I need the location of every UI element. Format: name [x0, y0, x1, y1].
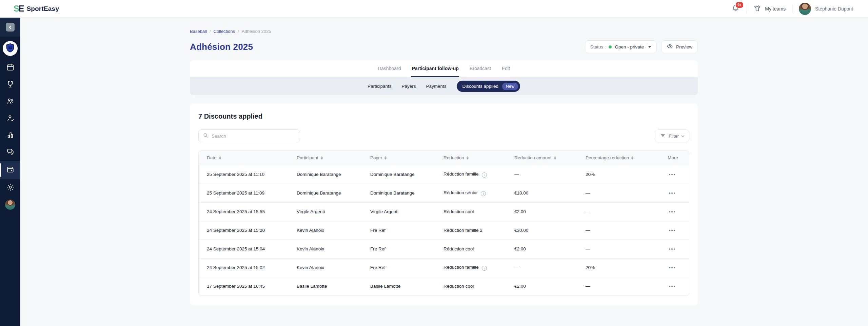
breadcrumb-link-collections[interactable]: Collections	[214, 29, 235, 34]
sidebar-item-profile[interactable]	[0, 196, 20, 213]
table-row[interactable]: 24 September 2025 at 15:55 Virgile Argen…	[199, 202, 689, 221]
sidebar-item-messages[interactable]	[0, 144, 20, 161]
cell-percentage: —	[577, 277, 659, 296]
cell-participant: Kevin Alanoix	[289, 258, 362, 277]
subtab-discounts-label: Discounts applied	[462, 84, 499, 89]
column-header-reduction-amount[interactable]: Reduction amount	[506, 151, 577, 165]
cell-amount: €30.00	[506, 221, 577, 240]
sidebar-collapse-button[interactable]	[6, 23, 15, 32]
subtab-payments[interactable]: Payments	[426, 84, 446, 89]
status-value: Open - private	[615, 44, 644, 49]
column-header-percentage-reduction[interactable]: Percentage reduction	[577, 151, 659, 165]
sidebar-profile-avatar	[5, 200, 15, 210]
cell-participant: Kevin Alanoix	[289, 221, 362, 240]
info-icon[interactable]: i	[482, 266, 487, 271]
sidebar-item-statistics[interactable]	[0, 127, 20, 144]
cell-payer: Fre Ref	[362, 258, 435, 277]
reduction-label: Réduction famille	[443, 265, 479, 270]
column-header-payer[interactable]: Payer	[362, 151, 435, 165]
sidebar	[0, 18, 20, 326]
search-input[interactable]	[212, 134, 296, 139]
sidebar-item-competition[interactable]	[0, 76, 20, 93]
cell-payer: Basile Lamotte	[362, 277, 435, 296]
main-content: Baseball / Collections / Adhésion 2025 A…	[190, 18, 698, 305]
subtab-discounts-applied[interactable]: Discounts applied New	[457, 81, 520, 92]
notifications-button[interactable]: 9+	[731, 4, 740, 14]
column-header-participant[interactable]: Participant	[289, 151, 362, 165]
table-row[interactable]: 24 September 2025 at 15:04 Kevin Alanoix…	[199, 240, 689, 258]
breadcrumb-link-baseball[interactable]: Baseball	[190, 29, 207, 34]
my-teams-button[interactable]: My teams	[753, 4, 786, 13]
chevron-left-icon	[9, 25, 13, 29]
sidebar-top	[0, 18, 20, 37]
page-actions: Status : Open - private Preview	[585, 40, 698, 53]
table-row[interactable]: 25 September 2025 at 11:09 Dominique Bar…	[199, 184, 689, 202]
discounts-table-wrapper: Date Participant Payer Reduction Reducti…	[198, 150, 689, 296]
sidebar-item-payments[interactable]	[0, 161, 20, 179]
cell-more	[659, 258, 689, 277]
breadcrumb-separator: /	[210, 29, 211, 34]
app-logo[interactable]: SE SportEasy	[14, 4, 59, 14]
info-icon[interactable]: i	[482, 172, 487, 178]
tab-dashboard[interactable]: Dashboard	[377, 60, 401, 77]
cell-more	[659, 165, 689, 184]
table-row[interactable]: 24 September 2025 at 15:02 Kevin Alanoix…	[199, 258, 689, 277]
user-avatar	[799, 3, 811, 15]
notifications-count-badge: 9+	[735, 1, 744, 8]
laurel-icon	[6, 80, 15, 90]
row-actions-button[interactable]	[668, 264, 676, 271]
table-row[interactable]: 24 September 2025 at 15:20 Kevin Alanoix…	[199, 221, 689, 240]
cell-amount: €2.00	[506, 240, 577, 258]
search-icon	[203, 133, 209, 140]
club-logo[interactable]	[3, 41, 18, 56]
row-actions-button[interactable]	[668, 283, 676, 290]
subtab-participants[interactable]: Participants	[368, 84, 392, 89]
row-actions-button[interactable]	[668, 190, 676, 197]
row-actions-button[interactable]	[668, 171, 676, 178]
subtab-payers[interactable]: Payers	[401, 84, 416, 89]
table-row[interactable]: 25 September 2025 at 11:10 Dominique Bar…	[199, 165, 689, 184]
breadcrumb-separator: /	[238, 29, 239, 34]
sidebar-item-calendar[interactable]	[0, 59, 20, 76]
members-icon	[6, 97, 15, 107]
info-icon[interactable]: i	[481, 191, 486, 196]
filter-button[interactable]: Filter	[655, 129, 689, 142]
sort-icon	[631, 156, 633, 160]
cell-payer: Fre Ref	[362, 240, 435, 258]
user-name: Stéphanie Dupont	[815, 6, 853, 12]
person-check-icon	[6, 114, 15, 124]
sort-icon	[467, 156, 469, 160]
cell-more	[659, 221, 689, 240]
cell-reduction: Réduction famillei	[435, 258, 506, 277]
table-toolbar: Filter	[198, 129, 689, 142]
jersey-icon	[753, 4, 761, 13]
tab-edit[interactable]: Edit	[501, 60, 510, 77]
column-header-date[interactable]: Date	[199, 151, 289, 165]
sidebar-item-settings[interactable]	[0, 179, 20, 196]
sidebar-item-members[interactable]	[0, 93, 20, 110]
column-header-reduction[interactable]: Reduction	[435, 151, 506, 165]
cell-more	[659, 184, 689, 202]
table-header-row: Date Participant Payer Reduction Reducti…	[199, 151, 689, 165]
preview-button[interactable]: Preview	[661, 40, 698, 53]
discounts-heading: 7 Discounts applied	[198, 113, 689, 120]
cell-amount: €10.00	[506, 184, 577, 202]
sort-icon	[554, 156, 556, 160]
user-menu[interactable]: Stéphanie Dupont	[799, 3, 853, 15]
row-actions-button[interactable]	[668, 227, 676, 234]
cell-payer: Virgile Argenti	[362, 202, 435, 221]
status-dropdown[interactable]: Status : Open - private	[585, 40, 657, 53]
cell-percentage: —	[577, 221, 659, 240]
sidebar-item-attendance[interactable]	[0, 110, 20, 127]
tab-participant-follow-up[interactable]: Participant follow-up	[411, 60, 459, 77]
column-header-more: More	[659, 151, 689, 165]
sub-tabs: Participants Payers Payments Discounts a…	[190, 77, 698, 95]
tab-broadcast[interactable]: Broadcast	[469, 60, 491, 77]
row-actions-button[interactable]	[668, 246, 676, 252]
table-row[interactable]: 17 September 2025 at 16:45 Basile Lamott…	[199, 277, 689, 296]
row-actions-button[interactable]	[668, 208, 676, 215]
cell-payer: Dominique Baratange	[362, 165, 435, 184]
cell-reduction: Réduction cool	[435, 277, 506, 296]
divider	[747, 5, 747, 13]
club-shield-icon	[5, 43, 15, 54]
